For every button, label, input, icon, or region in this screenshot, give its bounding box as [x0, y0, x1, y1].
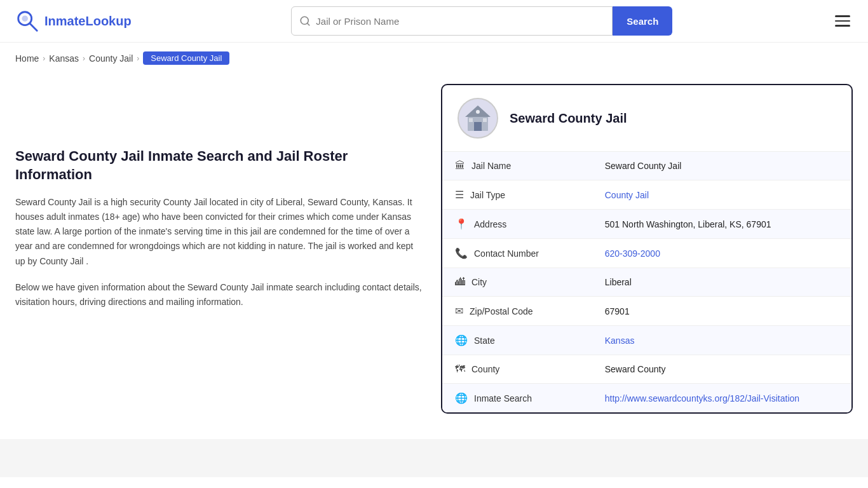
row-label: Jail Name [471, 161, 511, 171]
page-description-1: Seward County Jail is a high security Co… [15, 195, 422, 268]
row-icon: 🌐 [455, 334, 468, 346]
row-label: Address [474, 219, 506, 229]
row-label: Jail Type [470, 190, 505, 200]
jail-avatar [458, 98, 498, 139]
table-row: 🏛Jail NameSeward County Jail [442, 152, 851, 180]
row-label: State [474, 336, 495, 346]
svg-rect-8 [469, 118, 473, 122]
row-label: Contact Number [474, 248, 539, 259]
search-input-wrap [291, 6, 613, 36]
row-icon: 📞 [455, 247, 468, 259]
table-row: ✉Zip/Postal Code67901 [442, 297, 851, 326]
main-content: Seward County Jail Inmate Search and Jai… [0, 71, 868, 439]
svg-line-4 [308, 23, 309, 25]
footer [0, 439, 868, 477]
right-column: Seward County Jail 🏛Jail NameSeward Coun… [441, 84, 853, 414]
table-label-cell: ☰Jail Type [442, 180, 569, 209]
table-row: 🌐Inmate Searchhttp://www.sewardcountyks.… [442, 384, 851, 413]
table-row: 🏙CityLiberal [442, 268, 851, 297]
table-label-cell: 📍Address [442, 210, 569, 238]
row-icon: 🌐 [455, 392, 468, 404]
breadcrumb-sep-2: › [83, 54, 85, 63]
breadcrumb-type[interactable]: County Jail [89, 53, 133, 64]
menu-button[interactable] [832, 13, 853, 29]
row-icon: 🏙 [455, 276, 465, 288]
left-column: Seward County Jail Inmate Search and Jai… [15, 84, 422, 414]
search-button[interactable]: Search [613, 6, 672, 36]
page-description-2: Below we have given information about th… [15, 280, 422, 309]
table-label-cell: 🗺County [442, 355, 569, 383]
table-value-cell: Seward County [592, 355, 851, 384]
breadcrumb-sep-1: › [43, 54, 45, 63]
table-label-cell: 🏙City [442, 268, 569, 296]
row-label: County [471, 364, 499, 374]
info-card-header: Seward County Jail [442, 85, 851, 152]
info-table: 🏛Jail NameSeward County Jail☰Jail TypeCo… [442, 152, 851, 412]
table-row: 📍Address501 North Washington, Liberal, K… [442, 210, 851, 239]
breadcrumb-current: Seward County Jail [143, 51, 229, 65]
table-value-cell: Liberal [592, 268, 851, 297]
table-value-cell[interactable]: County Jail [592, 180, 851, 210]
breadcrumb: Home › Kansas › County Jail › Seward Cou… [0, 43, 868, 71]
table-value-link[interactable]: Kansas [605, 336, 635, 346]
svg-point-10 [476, 110, 480, 114]
info-card: Seward County Jail 🏛Jail NameSeward Coun… [441, 84, 853, 414]
row-icon: 📍 [455, 218, 468, 230]
search-input[interactable] [316, 16, 604, 27]
table-value-link[interactable]: 620-309-2000 [605, 248, 660, 259]
svg-point-2 [22, 15, 28, 22]
table-value-cell[interactable]: http://www.sewardcountyks.org/182/Jail-V… [592, 384, 851, 413]
table-label-cell: 🌐Inmate Search [442, 384, 569, 412]
building-icon [463, 103, 493, 133]
table-value-link[interactable]: http://www.sewardcountyks.org/182/Jail-V… [605, 393, 799, 403]
table-value-cell[interactable]: Kansas [592, 326, 851, 355]
svg-line-1 [30, 24, 37, 30]
search-form: Search [291, 6, 672, 36]
logo[interactable]: InmateLookup [15, 9, 132, 33]
table-label-cell: 🏛Jail Name [442, 152, 569, 180]
table-value-link[interactable]: County Jail [605, 190, 649, 200]
breadcrumb-sep-3: › [137, 54, 139, 63]
row-icon: ☰ [455, 189, 464, 201]
logo-icon [15, 9, 39, 33]
page-title: Seward County Jail Inmate Search and Jai… [15, 147, 422, 184]
hamburger-line-1 [835, 15, 850, 17]
table-value-cell: 501 North Washington, Liberal, KS, 67901 [592, 210, 851, 239]
row-label: City [471, 277, 487, 287]
table-row: 🗺CountySeward County [442, 355, 851, 384]
row-icon: 🏛 [455, 160, 465, 172]
row-icon: ✉ [455, 305, 463, 317]
table-value-cell[interactable]: 620-309-2000 [592, 239, 851, 268]
breadcrumb-home[interactable]: Home [15, 53, 39, 64]
table-label-cell: 📞Contact Number [442, 239, 569, 268]
table-row: ☰Jail TypeCounty Jail [442, 180, 851, 210]
logo-text: InmateLookup [44, 14, 132, 29]
table-row: 📞Contact Number620-309-2000 [442, 239, 851, 268]
breadcrumb-state[interactable]: Kansas [49, 53, 79, 64]
svg-rect-9 [483, 118, 487, 122]
table-row: 🌐StateKansas [442, 326, 851, 355]
table-value-cell: 67901 [592, 297, 851, 326]
row-label: Inmate Search [474, 393, 532, 403]
table-value-cell: Seward County Jail [592, 152, 851, 180]
search-icon [299, 15, 311, 27]
row-icon: 🗺 [455, 363, 465, 375]
svg-rect-7 [474, 122, 482, 131]
info-card-title: Seward County Jail [510, 111, 627, 126]
row-label: Zip/Postal Code [470, 306, 533, 316]
table-label-cell: 🌐State [442, 326, 569, 355]
table-label-cell: ✉Zip/Postal Code [442, 297, 569, 325]
hamburger-line-3 [835, 25, 850, 27]
hamburger-line-2 [835, 20, 850, 22]
